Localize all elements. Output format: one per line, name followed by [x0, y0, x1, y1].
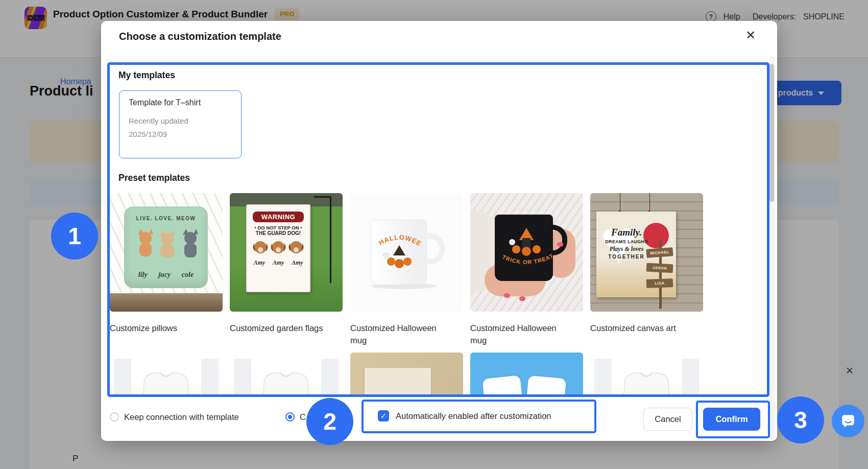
template-name: Template for T–shirt [129, 98, 201, 107]
preset-thumb-white-mug[interactable]: HALLOWEEN [350, 193, 463, 312]
flag-pole [330, 196, 331, 283]
preset-caption: Customized Halloween mug [470, 322, 567, 346]
pillow-text: LIVE. LOVE. MEOW [124, 216, 208, 221]
preset-thumb-linen[interactable] [350, 353, 463, 396]
nail [519, 296, 525, 301]
preset-thumb-tshirt[interactable] [230, 353, 343, 396]
svg-text:HALLOWEEN: HALLOWEEN [369, 224, 423, 248]
hanging-string [649, 193, 650, 212]
radio-selected-label[interactable]: C [300, 412, 306, 422]
close-icon[interactable]: ✕ [745, 29, 756, 41]
confirm-button[interactable]: Confirm [703, 408, 760, 431]
step-badge-2: 2 [306, 398, 353, 445]
preset-thumb-pillows[interactable]: LIVE. LOVE. MEOW lily jucy cole [110, 193, 223, 312]
modal-title: Choose a customization template [119, 31, 281, 42]
preset-caption: Customize pillows [110, 322, 177, 334]
preset-thumb-tshirt[interactable] [590, 353, 703, 396]
pillow-cat-names: lily jucy cole [124, 271, 208, 279]
scrollbar-thumb[interactable] [769, 64, 774, 202]
preset-thumb-black-mug[interactable]: TRICK OR TREAT [470, 193, 583, 312]
flag-pole [314, 196, 331, 198]
cancel-button[interactable]: Cancel [643, 408, 692, 431]
screen: Product Option Customizer & Product Bund… [0, 0, 868, 469]
canvas-family-text: Family. [596, 227, 657, 238]
tshirt-image [128, 367, 204, 396]
mug-shape [526, 376, 566, 396]
mug-shape [482, 375, 522, 396]
white-mug-text: HALLOWEEN [369, 224, 423, 248]
preset-caption: Customized canvas art [590, 322, 676, 334]
flag-image: WARNING DO NOT STEP ON THE GUARD DOG! Am… [246, 204, 310, 292]
preset-thumb-blue-mugs[interactable] [470, 353, 583, 396]
pillow-image: LIVE. LOVE. MEOW lily jucy cole [124, 206, 208, 288]
halloween-art: HALLOWEEN [369, 224, 430, 280]
dogs-illustration [250, 239, 306, 256]
preset-thumb-tshirt[interactable] [110, 353, 223, 396]
tshirt-image [608, 367, 685, 396]
tshirt-image [248, 367, 324, 396]
sign-name: LISA [646, 278, 673, 288]
step-badge-3: 3 [777, 396, 824, 443]
radio-keep-connection[interactable] [110, 412, 119, 421]
sign-name: JASON [646, 263, 673, 273]
flag-warning-text: WARNING [253, 212, 304, 222]
chat-widget-button[interactable] [832, 405, 864, 437]
cats-illustration [133, 228, 199, 261]
auto-enable-label[interactable]: Automatically enabled after customizatio… [396, 411, 551, 421]
preset-thumb-garden-flag[interactable]: WARNING DO NOT STEP ON THE GUARD DOG! Am… [230, 193, 343, 312]
canvas-dreams-text: DREAMS LAUGHS [596, 239, 657, 244]
preset-thumb-canvas-art[interactable]: ♥ Family. DREAMS LAUGHS Plays & loves TO… [590, 193, 703, 312]
flag-line2: THE GUARD DOG! [247, 230, 309, 236]
my-templates-heading: My templates [118, 70, 175, 81]
preset-templates-heading: Preset templates [118, 173, 190, 183]
radio-selected[interactable] [285, 412, 295, 421]
step-badge-1: 1 [51, 213, 98, 260]
preset-caption: Customized Halloween mug [350, 322, 447, 346]
flag-line1: DO NOT STEP ON [247, 225, 309, 230]
template-updated-date: 2025/12/09 [129, 130, 167, 138]
nail [557, 242, 563, 247]
sign-name: MICHAEL [646, 247, 673, 258]
auto-enable-checkbox[interactable]: ✓ [378, 410, 389, 421]
pillow-floor [110, 293, 223, 312]
radio-keep-connection-label[interactable]: Keep connection with template [124, 412, 239, 422]
chat-bubble-icon [839, 412, 857, 430]
preset-caption: Customized garden flags [230, 322, 323, 334]
nail [504, 293, 510, 298]
canvas-image: ♥ Family. DREAMS LAUGHS Plays & loves TO… [596, 212, 676, 297]
template-updated-label: Recently updated [129, 116, 188, 125]
halloween-art: TRICK OR TREAT [493, 218, 559, 279]
flag-dog-names: Amy Amy Amy [247, 259, 309, 267]
choose-template-modal: Choose a customization template ✕ My tem… [101, 21, 777, 441]
template-card-tshirt[interactable]: Template for T–shirt Recently updated 20… [119, 90, 242, 158]
linen-card [365, 368, 431, 396]
